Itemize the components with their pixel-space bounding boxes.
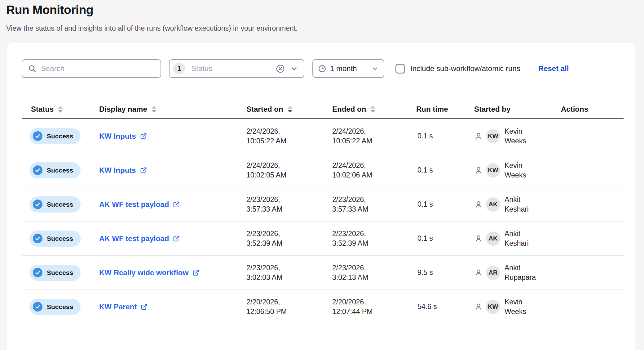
success-check-icon: [33, 131, 42, 141]
started-by-cell: KW Kevin Weeks: [474, 297, 561, 316]
column-header-label: Display name: [99, 105, 147, 114]
avatar: KW: [486, 129, 500, 143]
sort-icon[interactable]: [370, 106, 375, 113]
run-display-name-link[interactable]: KW Parent: [99, 303, 148, 311]
run-display-name-link[interactable]: KW Inputs: [99, 166, 147, 175]
avatar: AK: [486, 231, 500, 246]
ended-on-cell: 2/24/2026, 10:02:06 AM: [332, 161, 416, 180]
avatar: AK: [486, 197, 500, 212]
clock-icon: [318, 65, 326, 73]
run-display-name: KW Inputs: [99, 166, 136, 175]
page-subtitle: View the status of and insights into all…: [6, 24, 338, 33]
avatar: KW: [486, 300, 500, 314]
started-by-cell: KW Kevin Weeks: [474, 161, 561, 180]
external-link-icon: [141, 303, 148, 310]
success-check-icon: [33, 302, 42, 312]
table-row: Success AK WF test payload 2/23/2026, 3:…: [22, 187, 624, 222]
column-header[interactable]: Status: [22, 105, 99, 114]
status-badge-label: Success: [47, 167, 73, 174]
sort-icon[interactable]: [288, 106, 293, 113]
table-header-row: Status Display name Started on Ended on …: [22, 101, 624, 119]
user-name: Kevin Weeks: [505, 161, 541, 180]
started-by-cell: AK Ankit Keshari: [474, 229, 561, 248]
external-link-icon: [140, 167, 147, 174]
chevron-down-icon: [371, 65, 379, 72]
status-badge: Success: [29, 162, 81, 178]
reset-all-button[interactable]: Reset all: [538, 64, 569, 73]
run-display-name: KW Really wide workflow: [99, 268, 188, 277]
run-display-name-link[interactable]: KW Really wide workflow: [99, 268, 199, 277]
search-input[interactable]: [22, 59, 161, 78]
clear-filter-icon[interactable]: [276, 64, 285, 74]
run-display-name: AK WF test payload: [99, 200, 169, 209]
status-badge: Success: [29, 128, 81, 144]
column-header-label: Actions: [561, 105, 588, 114]
table-row: Success KW Parent 2/20/2026, 12:06:50 PM…: [22, 290, 624, 324]
column-header[interactable]: Started by: [474, 105, 561, 114]
include-subworkflow-label: Include sub-workflow/atomic runs: [410, 64, 520, 73]
include-subworkflow-checkbox[interactable]: [395, 64, 405, 74]
run-time-cell: 54.6 s: [416, 303, 474, 311]
column-header[interactable]: Started on: [246, 105, 332, 114]
avatar: KW: [486, 163, 500, 177]
success-check-icon: [33, 268, 42, 277]
user-name: Ankit Keshari: [505, 229, 541, 248]
run-time-cell: 0.1 s: [416, 166, 474, 174]
status-badge: Success: [29, 299, 81, 315]
user-name: Kevin Weeks: [505, 297, 541, 316]
success-check-icon: [33, 200, 42, 209]
table-row: Success KW Inputs 2/24/2026, 10:02:05 AM…: [22, 153, 624, 187]
run-display-name-link[interactable]: AK WF test payload: [99, 200, 180, 209]
sort-icon[interactable]: [152, 106, 157, 113]
run-time-cell: 9.5 s: [416, 268, 474, 277]
person-icon: [474, 200, 483, 209]
run-display-name: AK WF test payload: [99, 234, 169, 243]
external-link-icon: [173, 235, 180, 242]
table-body: Success KW Inputs 2/24/2026, 10:05:22 AM…: [22, 119, 624, 324]
run-display-name-link[interactable]: KW Inputs: [99, 132, 147, 141]
external-link-icon: [192, 269, 199, 276]
runs-table: Status Display name Started on Ended on …: [22, 101, 624, 324]
run-time-cell: 0.1 s: [416, 200, 474, 209]
user-name: Ankit Rupapara: [505, 263, 541, 282]
sort-icon[interactable]: [58, 106, 63, 113]
status-badge: Success: [29, 265, 81, 281]
status-filter-dropdown[interactable]: 1 Status: [169, 59, 304, 78]
run-time-cell: 0.1 s: [416, 132, 474, 140]
ended-on-cell: 2/24/2026, 10:05:22 AM: [332, 127, 416, 146]
person-icon: [474, 234, 483, 243]
person-icon: [474, 303, 483, 311]
run-time-cell: 0.1 s: [416, 234, 474, 243]
status-badge: Success: [29, 196, 81, 213]
started-on-cell: 2/20/2026, 12:06:50 PM: [246, 297, 332, 316]
success-check-icon: [33, 234, 42, 243]
started-on-cell: 2/23/2026, 3:57:33 AM: [246, 195, 332, 214]
status-badge-label: Success: [47, 235, 73, 242]
include-subworkflow-toggle[interactable]: Include sub-workflow/atomic runs: [395, 64, 520, 74]
external-link-icon: [173, 201, 180, 208]
page-header: Run Monitoring View the status of and in…: [0, 0, 644, 33]
search-field[interactable]: [41, 64, 155, 73]
status-badge-label: Success: [47, 132, 73, 140]
ended-on-cell: 2/20/2026, 12:07:44 PM: [332, 297, 416, 316]
time-range-value: 1 month: [330, 64, 368, 73]
column-header-label: Started by: [474, 105, 510, 114]
column-header[interactable]: Display name: [99, 105, 246, 114]
started-on-cell: 2/24/2026, 10:05:22 AM: [246, 127, 332, 146]
column-header-label: Status: [31, 105, 54, 114]
status-badge-label: Success: [47, 303, 73, 311]
filter-bar: 1 Status 1 mon: [22, 59, 624, 78]
table-row: Success KW Inputs 2/24/2026, 10:05:22 AM…: [22, 119, 624, 153]
table-row: Success AK WF test payload 2/23/2026, 3:…: [22, 222, 624, 256]
column-header-label: Started on: [246, 105, 283, 114]
user-name: Kevin Weeks: [505, 127, 541, 146]
time-range-dropdown[interactable]: 1 month: [312, 59, 384, 78]
status-badge-label: Success: [47, 201, 73, 208]
external-link-icon: [140, 133, 147, 140]
ended-on-cell: 2/23/2026, 3:57:33 AM: [332, 195, 416, 214]
column-header[interactable]: Ended on: [332, 105, 416, 114]
ended-on-cell: 2/23/2026, 3:52:39 AM: [332, 229, 416, 248]
run-display-name-link[interactable]: AK WF test payload: [99, 234, 180, 243]
column-header[interactable]: Run time: [416, 105, 474, 114]
column-header[interactable]: Actions: [561, 105, 624, 114]
